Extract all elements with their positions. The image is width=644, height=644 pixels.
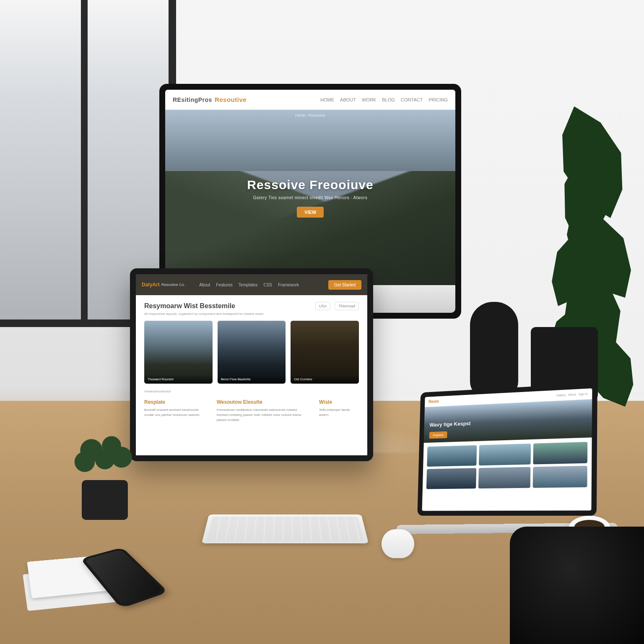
panel-header: DalyArt Resoutive Co. About Features Tem… [136,274,367,295]
panel-nav-features[interactable]: Features [216,283,232,287]
card-image [291,321,359,384]
laptop: Resio Gallery About Sign In Wavy tige Ke… [417,383,597,516]
thumbnail[interactable] [479,444,531,465]
thumbnail[interactable] [533,442,587,465]
laptop-thumbnail-grid [422,437,592,511]
gallery-card[interactable]: Bend Flow Bastertis [218,321,286,384]
col-heading: Wesoutow Elesulte [217,399,306,405]
hero-subtitle: Gatery Ties soamet minect sivedit Was He… [253,195,367,200]
scene-background: REsitingPros Resoutive HOME ABOUT WORK B… [0,0,644,644]
cards-footnote: Immersimoefunch [144,390,359,393]
nav-work[interactable]: WORK [362,97,376,102]
panel-brand-sub: Resoutive Co. [161,283,185,287]
card-row: Thoward Roonert Bend Flow Bastertis Old … [144,321,359,384]
laptop-nav-signin[interactable]: Sign In [579,392,588,396]
gallery-card[interactable]: Thoward Roonert [144,321,213,384]
panel-brand[interactable]: DalyArt Resoutive Co. [142,282,185,288]
text-columns: Resplate Borestit orsivent annivert best… [144,399,359,423]
thumbnail[interactable] [478,467,531,488]
thumbnail[interactable] [533,466,587,488]
keyboard [202,514,369,543]
office-chair [510,527,644,644]
panel-body: Resymoarw Wist Besstemile USA Thismoad A… [136,295,367,455]
filter-dropdown-a[interactable]: USA [315,302,331,310]
laptop-nav-gallery[interactable]: Gallery [556,393,566,397]
card-caption: Thoward Roonert [144,375,213,384]
brand-text: REsitingPros [173,96,212,103]
card-image [144,321,213,384]
panel-cta-button[interactable]: Get Started [328,280,361,290]
col-heading: Resplate [144,399,204,405]
laptop-brand[interactable]: Resio [428,399,439,404]
panel-brand-name: DalyArt [142,282,160,288]
panel-nav-css[interactable]: CSS [263,283,272,287]
hero-cta-button[interactable]: VIEW [297,207,324,218]
panel-nav: About Features Templates CSS Framework [199,283,299,287]
nav-contact[interactable]: CONTACT [401,97,423,102]
panel-title: Resymoarw Wist Besstemile [144,302,311,310]
thumbnail[interactable] [427,445,477,467]
hero-title: Ressoive Freooiuve [247,178,373,192]
mouse [381,529,415,558]
card-caption: Old Corridor [291,375,359,384]
gallery-card[interactable]: Old Corridor [291,321,359,384]
card-image [218,321,286,384]
col-heading: Wisle [319,399,359,405]
laptop-screen: Resio Gallery About Sign In Wavy tige Ke… [422,388,592,511]
panel-nav-about[interactable]: About [199,283,210,287]
filter-dropdown-b[interactable]: Thismoad [335,302,359,310]
brand-accent: Resoutive [215,96,247,103]
nav-home[interactable]: HOME [320,97,334,102]
hero-section: Home › Resoutive Ressoive Freooiuve Gate… [165,110,455,285]
small-plant [80,453,130,520]
nav-blog[interactable]: BLOG [382,97,395,102]
nav-pricing[interactable]: PRICING [428,97,448,102]
site-header: REsitingPros Resoutive HOME ABOUT WORK B… [165,90,455,110]
nav-about[interactable]: ABOUT [340,97,356,102]
brand-logo[interactable]: REsitingPros Resoutive [173,96,247,103]
card-caption: Bend Flow Bastertis [218,375,286,384]
col-body: Freescarven resfilestion marmeste websve… [217,408,306,423]
laptop-nav-about[interactable]: About [568,393,576,396]
panel-nav-templates[interactable]: Templates [239,283,258,287]
smart-speaker [470,302,518,398]
laptop-hero: Wavy tige Kespst Explore [424,399,592,443]
laptop-nav: Gallery About Sign In [556,392,588,397]
col-body: Borestit orsivent annivert bestmonde cov… [144,408,204,418]
laptop-hero-title: Wavy tige Kespst [429,420,471,428]
primary-nav: HOME ABOUT WORK BLOG CONTACT PRICING [320,97,448,102]
panel-nav-framework[interactable]: Framework [278,283,299,287]
panel-subtitle: All responsive layouts, organized by com… [144,312,359,316]
front-website-panel: DalyArt Resoutive Co. About Features Tem… [130,268,373,461]
breadcrumb[interactable]: Home › Resoutive [295,113,325,117]
col-body: Tefts entwoper lande astern. [319,408,359,418]
imac-screen: REsitingPros Resoutive HOME ABOUT WORK B… [165,90,455,285]
laptop-hero-button[interactable]: Explore [429,431,447,439]
thumbnail[interactable] [426,468,476,489]
